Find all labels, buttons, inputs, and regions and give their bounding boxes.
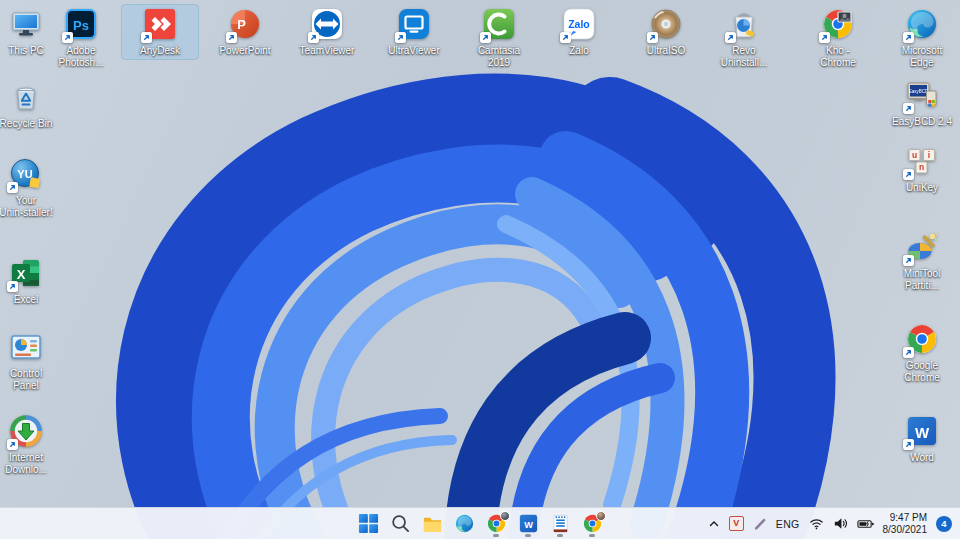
desktop-icon-label: AnyDesk [140,45,180,57]
desktop-icon-label: Word [910,452,934,464]
desktop-icon-label: Microsoft Edge [902,45,943,69]
svg-text:i: i [928,150,930,160]
unikey-tray-icon[interactable]: V [729,516,744,531]
svg-text:n: n [919,162,924,172]
word-icon: W [905,414,939,448]
desktop-icon-label: Control Panel [10,368,42,392]
volume-icon[interactable] [833,516,848,531]
system-tray: V ENG 9:47 PM 8/30/2021 4 [708,508,952,539]
shortcut-arrow-icon [903,103,914,114]
desktop-icon-teamviewer[interactable]: TeamViewer [289,5,365,59]
chrome-icon [905,322,939,356]
language-indicator[interactable]: ENG [776,518,800,530]
desktop-icon-easybcd[interactable]: EasyBCDEasyBCD 2.4 [884,76,960,130]
desktop-icon-control-panel[interactable]: Control Panel [0,328,64,394]
desktop-icon-label: Recycle Bin [0,118,52,130]
shortcut-arrow-icon [903,32,914,43]
recycle-bin-icon [9,80,43,114]
easybcd-icon: EasyBCD [905,78,939,112]
desktop-icon-label: Internet Downlo... [5,452,47,476]
monitor-icon [9,7,43,41]
edge-icon [905,7,939,41]
desktop-icon-unikey[interactable]: uinUniKey [884,142,960,196]
wifi-icon[interactable] [809,516,824,531]
desktop-icon-internet-download-manager[interactable]: Internet Downlo... [0,412,64,478]
desktop-icon-label: Excel [14,294,38,306]
desktop-icon-excel[interactable]: XExcel [0,254,64,308]
desktop-icon-microsoft-edge[interactable]: Microsoft Edge [884,5,960,71]
taskbar[interactable]: W V ENG 9:47 PM 8/30/2021 4 [0,507,960,539]
taskbar-button-word[interactable]: W [513,509,544,538]
ultraviewer-icon [397,7,431,41]
shortcut-arrow-icon [560,32,571,43]
desktop-icon-recycle-bin[interactable]: Recycle Bin [0,78,64,132]
running-indicator [493,534,499,537]
anydesk-icon [143,7,177,41]
running-indicator [557,534,563,537]
desktop-icon-powerpoint[interactable]: PPowerPoint [207,5,283,59]
desktop-icon-word[interactable]: WWord [884,412,960,466]
desktop-icon-zalo[interactable]: ZaloZalo [541,5,617,59]
desktop-icon-revo-uninstaller[interactable]: Revo Uninstall... [706,5,782,71]
ultraiso-icon [649,7,683,41]
desktop-icon-label: TeamViewer [300,45,355,57]
minitool-icon [905,230,939,264]
desktop-icon-label: Adobe Photosh... [58,45,103,69]
svg-text:Ps: Ps [73,18,89,33]
desktop-icon-anydesk[interactable]: AnyDesk [122,5,198,59]
desktop-icon-ultraviewer[interactable]: UltraViewer [376,5,452,59]
zalo-icon: Zalo [562,7,596,41]
desktop-icon-minitool-partition[interactable]: MiniTool Partiti... [884,228,960,294]
desktop-icon-label: EasyBCD 2.4 [892,116,952,128]
desktop-icon-label: UltraViewer [388,45,440,57]
taskbar-button-notebook-app[interactable] [545,509,576,538]
desktop-icon-camtasia-2019[interactable]: Camtasia 2019 [461,5,537,71]
shortcut-arrow-icon [7,439,18,450]
photoshop-icon: Ps [64,7,98,41]
taskbar-button-start[interactable] [353,509,384,538]
desktop-icon-label: UniKey [906,182,938,194]
unikey-icon: uin [905,144,939,178]
desktop-icon-kho-chrome[interactable]: Kho - Chrome [800,5,876,71]
desktop-icon-your-uninstaller[interactable]: YUYour Unin-staller! [0,155,64,221]
svg-text:Zalo: Zalo [568,18,590,30]
desktop-icon-label: Kho - Chrome [820,45,856,69]
pen-icon[interactable] [753,517,767,531]
running-indicator [589,534,595,537]
battery-charging-icon[interactable] [857,518,874,530]
shortcut-arrow-icon [647,32,658,43]
desktop-icon-label: Zalo [569,45,588,57]
svg-text:W: W [524,520,533,530]
chevron-up-icon[interactable] [708,518,720,530]
notification-badge[interactable]: 4 [936,516,952,532]
svg-text:X: X [17,267,26,282]
taskbar-center-buttons: W [352,508,608,539]
svg-text:u: u [912,150,917,160]
taskbar-button-file-explorer[interactable] [417,509,448,538]
taskbar-button-chrome-profile-2[interactable] [577,509,608,538]
desktop-icon-label: UltraISO [647,45,685,57]
taskbar-button-chrome-profile-1[interactable] [481,509,512,538]
svg-text:EasyBCD: EasyBCD [909,89,929,94]
desktop-icon-label: Google Chrome [904,360,940,384]
svg-text:YU: YU [17,168,32,180]
shortcut-arrow-icon [903,255,914,266]
desktop-icon-label: MiniTool Partiti... [904,268,941,292]
clock[interactable]: 9:47 PM 8/30/2021 [883,512,928,536]
profile-avatar-badge [596,511,606,521]
powerpoint-icon: P [228,7,262,41]
shortcut-arrow-icon [903,169,914,180]
taskbar-button-search[interactable] [385,509,416,538]
tray-time: 9:47 PM [890,512,927,524]
desktop-icon-ultraiso[interactable]: UltraISO [628,5,704,59]
desktop-icon-adobe-photoshop[interactable]: PsAdobe Photosh... [43,5,119,71]
excel-icon: X [9,256,43,290]
tray-date: 8/30/2021 [883,524,928,536]
desktop-icon-google-chrome[interactable]: Google Chrome [884,320,960,386]
desktop[interactable]: This PCPsAdobe Photosh...AnyDeskPPowerPo… [0,0,960,539]
your-uninstaller-icon: YU [9,157,43,191]
chrome-photo-icon [821,7,855,41]
desktop-icon-label: Revo Uninstall... [721,45,768,69]
running-indicator [525,534,531,537]
taskbar-button-microsoft-edge[interactable] [449,509,480,538]
